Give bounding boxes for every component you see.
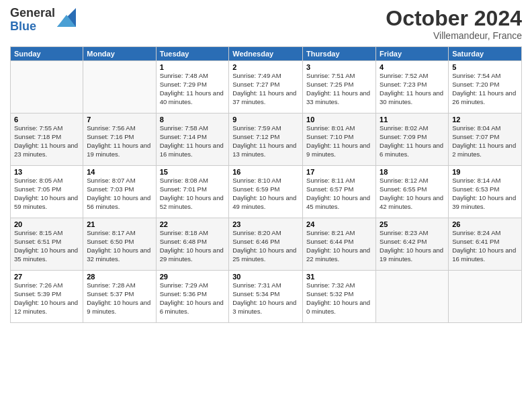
table-row: 10Sunrise: 8:01 AM Sunset: 7:10 PM Dayli… bbox=[303, 113, 376, 166]
calendar: Sunday Monday Tuesday Wednesday Thursday… bbox=[10, 46, 522, 323]
col-wednesday: Wednesday bbox=[229, 47, 303, 61]
table-row bbox=[11, 61, 83, 113]
table-row: 8Sunrise: 7:58 AM Sunset: 7:14 PM Daylig… bbox=[156, 113, 229, 166]
day-number: 8 bbox=[160, 116, 226, 124]
day-info: Sunrise: 7:56 AM Sunset: 7:16 PM Dayligh… bbox=[87, 124, 152, 158]
table-row: 15Sunrise: 8:08 AM Sunset: 7:01 PM Dayli… bbox=[156, 166, 229, 218]
day-number: 18 bbox=[380, 168, 445, 176]
table-row: 29Sunrise: 7:29 AM Sunset: 5:36 PM Dayli… bbox=[156, 271, 229, 323]
day-info: Sunrise: 7:58 AM Sunset: 7:14 PM Dayligh… bbox=[160, 124, 226, 158]
col-sunday: Sunday bbox=[11, 47, 83, 61]
day-info: Sunrise: 8:11 AM Sunset: 6:57 PM Dayligh… bbox=[306, 177, 372, 211]
table-row: 18Sunrise: 8:12 AM Sunset: 6:55 PM Dayli… bbox=[376, 166, 449, 218]
location: Villemandeur, France bbox=[386, 30, 522, 41]
day-info: Sunrise: 7:28 AM Sunset: 5:37 PM Dayligh… bbox=[87, 281, 152, 316]
day-number: 23 bbox=[232, 220, 299, 228]
table-row: 30Sunrise: 7:31 AM Sunset: 5:34 PM Dayli… bbox=[229, 271, 303, 323]
day-info: Sunrise: 7:49 AM Sunset: 7:27 PM Dayligh… bbox=[232, 72, 299, 106]
day-info: Sunrise: 8:10 AM Sunset: 6:59 PM Dayligh… bbox=[232, 177, 299, 211]
logo: General Blue bbox=[10, 7, 76, 34]
day-number: 11 bbox=[380, 116, 445, 124]
day-number: 25 bbox=[380, 220, 445, 228]
calendar-header-row: Sunday Monday Tuesday Wednesday Thursday… bbox=[11, 47, 522, 61]
logo-text: General Blue bbox=[10, 7, 55, 34]
day-number: 3 bbox=[306, 63, 372, 71]
logo-general: General bbox=[10, 7, 55, 20]
table-row: 26Sunrise: 8:24 AM Sunset: 6:41 PM Dayli… bbox=[449, 218, 522, 271]
day-number: 7 bbox=[87, 116, 152, 124]
table-row: 1Sunrise: 7:48 AM Sunset: 7:29 PM Daylig… bbox=[156, 61, 229, 113]
day-number: 30 bbox=[232, 273, 299, 281]
day-number: 22 bbox=[160, 220, 226, 228]
day-info: Sunrise: 8:21 AM Sunset: 6:44 PM Dayligh… bbox=[306, 229, 372, 263]
day-info: Sunrise: 8:18 AM Sunset: 6:48 PM Dayligh… bbox=[160, 229, 226, 263]
day-number: 21 bbox=[87, 220, 152, 228]
table-row: 27Sunrise: 7:26 AM Sunset: 5:39 PM Dayli… bbox=[11, 271, 83, 323]
title-section: October 2024 Villemandeur, France bbox=[386, 7, 522, 41]
day-number: 31 bbox=[306, 273, 372, 281]
table-row: 16Sunrise: 8:10 AM Sunset: 6:59 PM Dayli… bbox=[229, 166, 303, 218]
calendar-week-0: 1Sunrise: 7:48 AM Sunset: 7:29 PM Daylig… bbox=[11, 61, 522, 113]
col-saturday: Saturday bbox=[449, 47, 522, 61]
day-info: Sunrise: 7:52 AM Sunset: 7:23 PM Dayligh… bbox=[380, 72, 445, 106]
day-number: 14 bbox=[87, 168, 152, 176]
table-row: 17Sunrise: 8:11 AM Sunset: 6:57 PM Dayli… bbox=[303, 166, 376, 218]
day-number: 17 bbox=[306, 168, 372, 176]
table-row: 20Sunrise: 8:15 AM Sunset: 6:51 PM Dayli… bbox=[11, 218, 83, 271]
table-row: 2Sunrise: 7:49 AM Sunset: 7:27 PM Daylig… bbox=[229, 61, 303, 113]
table-row: 4Sunrise: 7:52 AM Sunset: 7:23 PM Daylig… bbox=[376, 61, 449, 113]
table-row: 14Sunrise: 8:07 AM Sunset: 7:03 PM Dayli… bbox=[83, 166, 156, 218]
table-row: 24Sunrise: 8:21 AM Sunset: 6:44 PM Dayli… bbox=[303, 218, 376, 271]
day-number: 13 bbox=[14, 168, 79, 176]
day-number: 26 bbox=[452, 220, 518, 228]
col-monday: Monday bbox=[83, 47, 156, 61]
day-info: Sunrise: 7:32 AM Sunset: 5:32 PM Dayligh… bbox=[306, 281, 372, 316]
table-row: 25Sunrise: 8:23 AM Sunset: 6:42 PM Dayli… bbox=[376, 218, 449, 271]
logo-icon bbox=[57, 8, 76, 27]
logo-blue: Blue bbox=[10, 20, 55, 34]
table-row: 21Sunrise: 8:17 AM Sunset: 6:50 PM Dayli… bbox=[83, 218, 156, 271]
day-info: Sunrise: 8:17 AM Sunset: 6:50 PM Dayligh… bbox=[87, 229, 152, 263]
day-number: 15 bbox=[160, 168, 226, 176]
day-info: Sunrise: 8:15 AM Sunset: 6:51 PM Dayligh… bbox=[14, 229, 79, 263]
day-number: 12 bbox=[452, 116, 518, 124]
table-row: 11Sunrise: 8:02 AM Sunset: 7:09 PM Dayli… bbox=[376, 113, 449, 166]
day-info: Sunrise: 8:20 AM Sunset: 6:46 PM Dayligh… bbox=[232, 229, 299, 263]
day-info: Sunrise: 7:51 AM Sunset: 7:25 PM Dayligh… bbox=[306, 72, 372, 106]
table-row: 31Sunrise: 7:32 AM Sunset: 5:32 PM Dayli… bbox=[303, 271, 376, 323]
table-row: 9Sunrise: 7:59 AM Sunset: 7:12 PM Daylig… bbox=[229, 113, 303, 166]
day-number: 2 bbox=[232, 63, 299, 71]
calendar-week-4: 27Sunrise: 7:26 AM Sunset: 5:39 PM Dayli… bbox=[11, 271, 522, 323]
table-row: 19Sunrise: 8:14 AM Sunset: 6:53 PM Dayli… bbox=[449, 166, 522, 218]
table-row bbox=[83, 61, 156, 113]
day-info: Sunrise: 8:08 AM Sunset: 7:01 PM Dayligh… bbox=[160, 177, 226, 211]
day-number: 6 bbox=[14, 116, 79, 124]
calendar-week-1: 6Sunrise: 7:55 AM Sunset: 7:18 PM Daylig… bbox=[11, 113, 522, 166]
table-row: 12Sunrise: 8:04 AM Sunset: 7:07 PM Dayli… bbox=[449, 113, 522, 166]
day-info: Sunrise: 8:23 AM Sunset: 6:42 PM Dayligh… bbox=[380, 229, 445, 263]
day-number: 19 bbox=[452, 168, 518, 176]
table-row bbox=[449, 271, 522, 323]
day-number: 10 bbox=[306, 116, 372, 124]
day-number: 27 bbox=[14, 273, 79, 281]
day-info: Sunrise: 8:01 AM Sunset: 7:10 PM Dayligh… bbox=[306, 124, 372, 158]
day-info: Sunrise: 7:55 AM Sunset: 7:18 PM Dayligh… bbox=[14, 124, 79, 158]
day-info: Sunrise: 8:07 AM Sunset: 7:03 PM Dayligh… bbox=[87, 177, 152, 211]
header: General Blue October 2024 Villemandeur, … bbox=[10, 7, 522, 41]
day-number: 4 bbox=[380, 63, 445, 71]
day-info: Sunrise: 8:04 AM Sunset: 7:07 PM Dayligh… bbox=[452, 124, 518, 158]
table-row: 7Sunrise: 7:56 AM Sunset: 7:16 PM Daylig… bbox=[83, 113, 156, 166]
table-row: 6Sunrise: 7:55 AM Sunset: 7:18 PM Daylig… bbox=[11, 113, 83, 166]
table-row: 13Sunrise: 8:05 AM Sunset: 7:05 PM Dayli… bbox=[11, 166, 83, 218]
day-info: Sunrise: 8:02 AM Sunset: 7:09 PM Dayligh… bbox=[380, 124, 445, 158]
day-info: Sunrise: 7:54 AM Sunset: 7:20 PM Dayligh… bbox=[452, 72, 518, 106]
table-row bbox=[376, 271, 449, 323]
col-thursday: Thursday bbox=[303, 47, 376, 61]
day-number: 20 bbox=[14, 220, 79, 228]
day-number: 24 bbox=[306, 220, 372, 228]
day-info: Sunrise: 8:05 AM Sunset: 7:05 PM Dayligh… bbox=[14, 177, 79, 211]
day-number: 29 bbox=[160, 273, 226, 281]
day-info: Sunrise: 8:14 AM Sunset: 6:53 PM Dayligh… bbox=[452, 177, 518, 211]
calendar-week-2: 13Sunrise: 8:05 AM Sunset: 7:05 PM Dayli… bbox=[11, 166, 522, 218]
table-row: 22Sunrise: 8:18 AM Sunset: 6:48 PM Dayli… bbox=[156, 218, 229, 271]
